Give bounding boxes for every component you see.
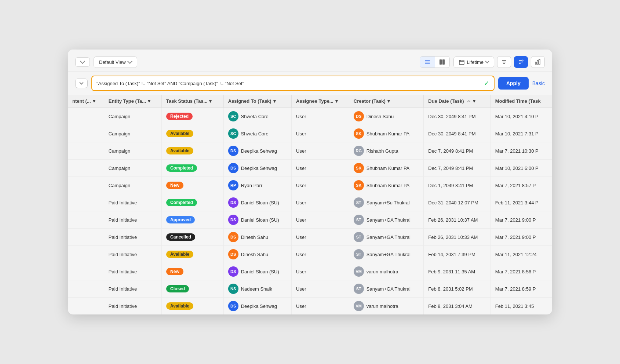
cell-modified-time: Feb 11, 2021 3:45 xyxy=(490,298,552,315)
filter-icon-button[interactable] xyxy=(497,56,511,68)
col-due-date[interactable]: Due Date (Task) ▾ xyxy=(424,95,491,108)
avatar: DS xyxy=(228,249,238,259)
col-assigned-to[interactable]: Assigned To (Task) ▾ xyxy=(223,95,291,108)
creator-name: Dinesh Sahu xyxy=(366,114,394,119)
sort-icon-button[interactable] xyxy=(514,56,528,68)
table-row[interactable]: Paid InitiativeCancelledDSDinesh SahuUse… xyxy=(68,229,552,246)
cell-modified-time: Mar 11, 2021 12:24 xyxy=(490,246,552,263)
col-assignee-type[interactable]: Assignee Type... ▾ xyxy=(292,95,349,108)
creator-name: Sanyam+GA Thukral xyxy=(366,252,411,257)
data-table: ntent (... ▾ Entity Type (Ta... ▾ Task S… xyxy=(68,95,552,314)
lifetime-label: Lifetime xyxy=(467,59,484,65)
lifetime-dropdown[interactable]: Lifetime xyxy=(453,57,494,68)
cell-task-status: Available xyxy=(162,298,224,315)
table-row[interactable]: Paid InitiativeApprovedDSDaniel Sloan (S… xyxy=(68,211,552,229)
cell-modified-time: Mar 7, 2021 10:30 P xyxy=(490,142,552,160)
table-row[interactable]: CampaignAvailableDSDeepika SehwagUserRGR… xyxy=(68,142,552,160)
cell-task-status: New xyxy=(162,263,224,280)
table-row[interactable]: Paid InitiativeAvailableDSDeepika Sehwag… xyxy=(68,298,552,315)
creator-name: Shubham Kumar PA xyxy=(366,165,410,171)
assigned-to-name: Dinesh Sahu xyxy=(241,252,268,257)
status-badge: Completed xyxy=(166,199,197,206)
col-creator[interactable]: Creator (Task) ▾ xyxy=(349,95,424,108)
creator-name: varun malhotra xyxy=(366,269,398,274)
assigned-to-name: Shweta Core xyxy=(241,114,269,119)
list-view-button[interactable] xyxy=(420,57,435,68)
table-row[interactable]: Paid InitiativeAvailableDSDinesh SahuUse… xyxy=(68,246,552,263)
assigned-to-name: Deepika Sehwag xyxy=(241,148,277,154)
col-modified-time[interactable]: Modified Time (Task xyxy=(490,95,552,108)
cell-assigned-to: DSDinesh Sahu xyxy=(223,246,291,263)
calendar-icon xyxy=(459,59,464,65)
cell-assigned-to: SCShweta Core xyxy=(223,108,291,125)
col-content[interactable]: ntent (... ▾ xyxy=(68,95,104,108)
cell-due-date: Dec 30, 2049 8:41 PM xyxy=(424,125,491,142)
cell-task-status: Available xyxy=(162,142,224,160)
cell-assignee-type: User xyxy=(292,160,349,177)
chart-icon-button[interactable] xyxy=(531,56,545,68)
assigned-to-name: Deepika Sehwag xyxy=(241,303,277,309)
table-row[interactable]: CampaignCompletedDSDeepika SehwagUserSKS… xyxy=(68,160,552,177)
col-task-status[interactable]: Task Status (Tas... ▾ xyxy=(162,95,224,108)
status-badge: Closed xyxy=(166,285,189,292)
table-row[interactable]: CampaignNewRPRyan ParrUserSKShubham Kuma… xyxy=(68,177,552,194)
assigned-to-name: Daniel Sloan (SU) xyxy=(241,217,279,223)
avatar: ST xyxy=(354,215,364,225)
cell-task-status: Cancelled xyxy=(162,229,224,246)
cell-content xyxy=(68,263,104,280)
cell-due-date: Feb 8, 2031 3:04 AM xyxy=(424,298,491,315)
cell-creator: STSanyam+GA Thukral xyxy=(349,211,424,229)
avatar: ST xyxy=(354,249,364,259)
cell-content xyxy=(68,298,104,315)
avatar: DS xyxy=(354,111,364,121)
status-badge: Available xyxy=(166,302,193,310)
filter-check-icon: ✓ xyxy=(484,79,489,87)
cell-assignee-type: User xyxy=(292,298,349,315)
chevron-down-icon xyxy=(127,59,132,64)
table-row[interactable]: Paid InitiativeClosedNSNadeem ShaikUserS… xyxy=(68,280,552,298)
status-badge: Rejected xyxy=(166,113,193,120)
col-sort-icon: ▾ xyxy=(209,98,212,104)
apply-button[interactable]: Apply xyxy=(498,77,529,90)
board-view-button[interactable] xyxy=(435,57,449,68)
status-badge: Cancelled xyxy=(166,233,195,241)
avatar: SK xyxy=(354,180,364,190)
svg-rect-2 xyxy=(425,63,430,64)
col-sort-icon: ▾ xyxy=(273,98,276,104)
cell-entity-type: Campaign xyxy=(104,125,161,142)
cell-assignee-type: User xyxy=(292,246,349,263)
cell-creator: STSanyam+GA Thukral xyxy=(349,280,424,298)
cell-modified-time: Mar 7, 2021 9:00 P xyxy=(490,211,552,229)
creator-name: varun malhotra xyxy=(366,303,398,309)
cell-assignee-type: User xyxy=(292,263,349,280)
filter-icon xyxy=(501,59,507,65)
table-row[interactable]: CampaignRejectedSCShweta CoreUserDSDines… xyxy=(68,108,552,125)
cell-due-date: Feb 26, 2031 10:33 AM xyxy=(424,229,491,246)
cell-content xyxy=(68,246,104,263)
cell-modified-time: Mar 10, 2021 4:10 P xyxy=(490,108,552,125)
filter-type-dropdown[interactable] xyxy=(75,79,88,88)
filter-input[interactable] xyxy=(96,81,481,86)
svg-rect-15 xyxy=(535,62,536,64)
cell-task-status: Available xyxy=(162,125,224,142)
cell-modified-time: Mar 10, 2021 6:00 P xyxy=(490,160,552,177)
cell-assigned-to: DSDaniel Sloan (SU) xyxy=(223,263,291,280)
cell-entity-type: Paid Initiative xyxy=(104,263,161,280)
cell-assigned-to: SCShweta Core xyxy=(223,125,291,142)
content-dropdown[interactable] xyxy=(75,57,90,67)
table-row[interactable]: Paid InitiativeNewDSDaniel Sloan (SU)Use… xyxy=(68,263,552,280)
table-row[interactable]: CampaignAvailableSCShweta CoreUserSKShub… xyxy=(68,125,552,142)
cell-due-date: Dec 7, 2049 8:41 PM xyxy=(424,142,491,160)
basic-link-button[interactable]: Basic xyxy=(532,80,545,86)
default-view-dropdown[interactable]: Default View xyxy=(94,57,137,68)
assigned-to-name: Dinesh Sahu xyxy=(241,234,268,240)
creator-name: Sanyam+GA Thukral xyxy=(366,286,411,292)
cell-creator: VMvarun malhotra xyxy=(349,298,424,315)
status-badge: Available xyxy=(166,130,193,137)
status-badge: New xyxy=(166,182,183,189)
cell-modified-time: Mar 10, 2021 7:31 P xyxy=(490,125,552,142)
table-row[interactable]: Paid InitiativeCompletedDSDaniel Sloan (… xyxy=(68,194,552,211)
cell-modified-time: Feb 11, 2021 3:44 P xyxy=(490,194,552,211)
avatar: SK xyxy=(354,163,364,173)
col-entity-type[interactable]: Entity Type (Ta... ▾ xyxy=(104,95,161,108)
